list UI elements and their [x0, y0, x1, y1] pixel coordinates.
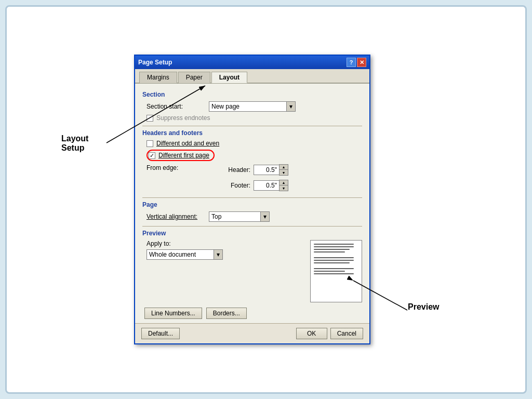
dialog-content: Section Section start: New page ▾ Suppre…: [135, 84, 369, 323]
section-header: Section: [142, 91, 362, 98]
tab-layout[interactable]: Layout: [211, 72, 247, 83]
divider-2: [142, 197, 362, 198]
line-numbers-button[interactable]: Line Numbers...: [144, 308, 202, 319]
doc-line-4: [314, 251, 345, 252]
different-odd-even-label: Different odd and even: [156, 140, 219, 147]
action-buttons: Line Numbers... Borders...: [142, 308, 362, 319]
tab-margins[interactable]: Margins: [139, 72, 177, 83]
apply-to-dropdown[interactable]: Whole document: [147, 249, 214, 260]
doc-line-10: [314, 273, 354, 274]
checkmark: ✓: [150, 153, 154, 158]
section-start-label: Section start:: [147, 103, 209, 110]
doc-line-5: [314, 257, 354, 258]
cancel-button[interactable]: Cancel: [330, 328, 363, 339]
suppress-endnotes-label: Suppress endnotes: [156, 114, 210, 122]
different-first-page-checkbox[interactable]: ✓: [149, 152, 155, 159]
tab-bar: Margins Paper Layout: [135, 69, 369, 84]
layout-setup-label: LayoutSetup: [61, 134, 88, 153]
footer-down-btn[interactable]: ▼: [280, 185, 288, 191]
footer-value-input[interactable]: [254, 180, 280, 191]
different-first-page-highlight: ✓ Different first page: [147, 150, 215, 161]
divider-3: [142, 226, 362, 227]
doc-line-1: [314, 244, 354, 245]
apply-to-value: Whole document: [149, 251, 196, 258]
default-label: Default...: [148, 330, 173, 337]
help-button[interactable]: ?: [347, 58, 356, 67]
title-bar: Page Setup ? ✕: [135, 56, 369, 69]
ok-cancel-buttons: OK Cancel: [296, 328, 363, 339]
apply-to-arrow[interactable]: ▾: [214, 249, 223, 260]
default-button[interactable]: Default...: [141, 328, 180, 339]
section-start-dropdown-container: New page ▾: [209, 101, 296, 112]
page-group: Page Vertical alignment: Top ▾: [142, 201, 362, 222]
section-group: Section Section start: New page ▾ Suppre…: [142, 91, 362, 122]
doc-line-9: [314, 271, 345, 272]
section-start-dropdown-arrow[interactable]: ▾: [286, 101, 296, 112]
close-button[interactable]: ✕: [357, 58, 366, 67]
different-first-page-label: Different first page: [158, 152, 209, 159]
vertical-alignment-dropdown-container: Top ▾: [209, 211, 270, 222]
section-start-row: Section start: New page ▾: [142, 101, 362, 112]
footer-up-btn[interactable]: ▲: [280, 180, 288, 185]
from-edge-spinners: Header: ▲ ▼ Footer:: [219, 164, 288, 193]
headers-footers-group: Headers and footers Different odd and ev…: [142, 129, 362, 193]
suppress-endnotes-checkbox[interactable]: [147, 115, 153, 122]
header-value-input[interactable]: [254, 165, 280, 175]
document-preview: [310, 240, 362, 302]
borders-label: Borders...: [213, 310, 240, 317]
suppress-endnotes-row: Suppress endnotes: [142, 114, 362, 122]
dialog-title: Page Setup: [138, 59, 172, 66]
footer-spinner-label: Footer:: [219, 182, 250, 189]
vertical-alignment-arrow[interactable]: ▾: [260, 211, 270, 222]
headers-footers-header: Headers and footers: [142, 129, 362, 137]
apply-to-dropdown-container: Whole document ▾: [147, 249, 297, 260]
different-first-page-row: ✓ Different first page: [142, 150, 362, 161]
borders-button[interactable]: Borders...: [206, 308, 247, 319]
title-bar-buttons: ? ✕: [347, 58, 366, 67]
tab-paper[interactable]: Paper: [178, 72, 210, 83]
ok-button[interactable]: OK: [296, 328, 327, 339]
apply-to-label: Apply to:: [147, 240, 297, 247]
vertical-alignment-row: Vertical alignment: Top ▾: [142, 211, 362, 222]
header-spinner-buttons: ▲ ▼: [279, 164, 288, 176]
preview-section: Apply to: Whole document ▾: [142, 240, 362, 302]
vertical-alignment-value: Top: [211, 213, 221, 220]
header-spinner-input: ▲ ▼: [254, 164, 288, 176]
preview-left: Apply to: Whole document ▾: [147, 240, 297, 302]
divider-1: [142, 126, 362, 126]
doc-line-7: [314, 262, 350, 263]
header-down-btn[interactable]: ▼: [280, 170, 288, 175]
doc-line-8: [314, 268, 354, 269]
header-spinner-row: Header: ▲ ▼: [219, 164, 288, 176]
ok-label: OK: [307, 330, 316, 337]
footer-spinner-row: Footer: ▲ ▼: [219, 180, 288, 191]
cancel-label: Cancel: [337, 330, 356, 337]
line-numbers-label: Line Numbers...: [151, 310, 195, 317]
vertical-alignment-dropdown[interactable]: Top: [209, 211, 261, 222]
preview-group: Preview Apply to: Whole document ▾: [142, 230, 362, 302]
footer-spinner-buttons: ▲ ▼: [279, 180, 288, 191]
doc-line-6: [314, 260, 354, 261]
dialog-bottom-bar: Default... OK Cancel: [135, 323, 369, 343]
section-start-dropdown[interactable]: New page: [209, 101, 287, 112]
preview-label: Preview: [408, 302, 439, 312]
header-up-btn[interactable]: ▲: [280, 165, 288, 170]
different-odd-even-row: Different odd and even: [142, 140, 362, 147]
footer-spinner-input: ▲ ▼: [254, 180, 288, 191]
doc-line-3: [314, 249, 350, 250]
vertical-alignment-label: Vertical alignment:: [147, 213, 209, 220]
from-edge-section: From edge: Header: ▲ ▼: [142, 164, 362, 193]
preview-section-header: Preview: [142, 230, 362, 237]
different-odd-even-checkbox[interactable]: [147, 140, 153, 147]
header-spinner-label: Header:: [219, 166, 250, 174]
page-header: Page: [142, 201, 362, 208]
page-setup-dialog: Page Setup ? ✕ Margins Paper Layout Sect…: [134, 55, 370, 344]
page-container: LayoutSetup Preview Page Setup ? ✕: [0, 0, 532, 399]
from-edge-label: From edge:: [147, 164, 209, 193]
section-start-value: New page: [211, 103, 240, 110]
doc-line-2: [314, 246, 354, 247]
